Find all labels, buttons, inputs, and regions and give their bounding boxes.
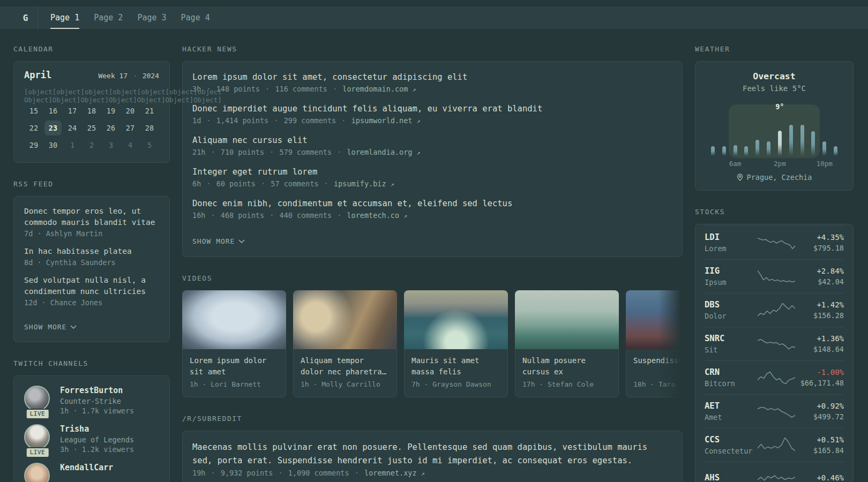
rss-item: Donec tempor eros leo, ut commodo mauris…	[24, 206, 159, 238]
weather-bar-slot: 9° 2pm	[774, 104, 785, 156]
stock-name: Sit	[705, 345, 754, 354]
stock-symbol[interactable]: CCS	[705, 435, 754, 445]
stock-row[interactable]: IIG Ipsum +2.84% $42.04	[705, 259, 844, 293]
item-domain-link[interactable]: loremlandia.org ↗	[347, 148, 420, 156]
page-tab[interactable]: Page 1	[50, 6, 79, 29]
weather-bar-slot: 10pm	[819, 104, 830, 156]
stock-name: Amet	[705, 413, 754, 421]
page-tab[interactable]: Page 2	[94, 6, 123, 29]
hackernews-item-title[interactable]: Aliquam nec cursus elit	[192, 134, 672, 147]
page-tab[interactable]: Page 3	[137, 6, 166, 29]
hackernews-header: HACKER NEWS	[182, 45, 683, 53]
hackernews-show-more-button[interactable]: SHOW MORE	[192, 237, 245, 245]
app-logo[interactable]: G	[13, 6, 38, 29]
item-domain-link[interactable]: loremtech.co ↗	[347, 211, 407, 220]
item-points: 710 points	[221, 148, 264, 156]
twitch-channel-game: Counter-Strike	[60, 397, 134, 405]
item-domain-link[interactable]: loremnet.xyz ↗	[364, 469, 425, 477]
calendar-header: CALENDAR	[13, 45, 170, 53]
external-link-icon: ↗	[417, 149, 421, 156]
twitch-channel-name[interactable]: Trisha	[60, 424, 134, 434]
item-domain-link[interactable]: ipsumify.biz ↗	[334, 179, 394, 188]
stock-symbol[interactable]: SNRC	[705, 334, 754, 343]
rss-show-more-button[interactable]: SHOW MORE	[24, 323, 77, 331]
twitch-channel-name[interactable]: KendallCarr	[60, 463, 113, 472]
item-comments[interactable]: 579 comments	[280, 148, 332, 156]
rss-item-title[interactable]: Donec tempor eros leo, ut commodo mauris…	[24, 206, 159, 228]
hackernews-item-title[interactable]: Donec imperdiet augue tincidunt felis al…	[192, 103, 672, 115]
video-thumbnail[interactable]	[293, 290, 397, 349]
stock-row[interactable]: SNRC Sit +1.36% $148.64	[705, 327, 844, 360]
stock-symbol[interactable]: LDI	[705, 232, 754, 242]
video-title[interactable]: Suspendisse diam	[633, 355, 683, 378]
stock-symbol[interactable]: AHS	[705, 473, 754, 482]
video-title[interactable]: Nullam posuere cursus ex	[522, 355, 611, 378]
twitch-channel-row[interactable]: KendallCarr	[24, 463, 159, 482]
weather-bar-slot	[752, 104, 763, 156]
video-thumbnail[interactable]	[515, 290, 619, 349]
reddit-post-title[interactable]: Maecenas mollis pulvinar erat non posuer…	[192, 441, 664, 468]
twitch-channel-name[interactable]: ForrestBurton	[60, 386, 134, 395]
twitch-channel-row[interactable]: LIVE Trisha League of Legends 3h · 1.2k …	[24, 424, 159, 454]
item-comments[interactable]: 299 comments	[284, 116, 336, 125]
avatar	[24, 463, 50, 482]
hackernews-item-meta: 6h · 60 points · 57 comments · ipsumify.…	[192, 179, 672, 188]
hackernews-item-title[interactable]: Integer eget rutrum lorem	[192, 166, 672, 178]
videos-section: VIDEOS Lorem ipsum dolor sit amet consec…	[182, 274, 683, 397]
calendar-day: 4	[121, 137, 140, 153]
hackernews-item-title[interactable]: Donec enim nibh, condimentum et accumsan…	[192, 198, 672, 210]
video-card[interactable]: Mauris sit amet massa felis 7h · Grayson…	[404, 290, 508, 397]
item-comments[interactable]: 57 comments	[271, 179, 318, 188]
stock-price: $795.18	[799, 244, 844, 252]
stock-symbol[interactable]: IIG	[705, 266, 754, 276]
subreddit-widget: Maecenas mollis pulvinar erat non posuer…	[182, 431, 683, 482]
hackernews-list: Lorem ipsum dolor sit amet, consectetur …	[192, 71, 672, 220]
video-thumbnail[interactable]	[626, 290, 683, 349]
stock-row[interactable]: CCS Consectetur +0.51% $165.84	[705, 428, 844, 462]
weather-bar-slot: 6am	[730, 104, 741, 156]
video-thumbnail[interactable]	[182, 290, 286, 349]
hackernews-item-title[interactable]: Lorem ipsum dolor sit amet, consectetur …	[192, 71, 672, 84]
stock-row[interactable]: LDI Lorem +4.35% $795.18	[705, 225, 844, 259]
video-card[interactable]: Lorem ipsum dolor sit amet consectetu… 1…	[182, 290, 286, 397]
external-link-icon: ↗	[403, 212, 407, 220]
stock-symbol[interactable]: CRN	[705, 367, 754, 377]
stock-row[interactable]: DBS Dolor +1.42% $156.28	[705, 293, 844, 327]
rss-item-title[interactable]: In hac habitasse platea	[24, 246, 159, 257]
video-title[interactable]: Lorem ipsum dolor sit amet consectetu…	[190, 355, 279, 378]
right-column: WEATHER Overcast Feels like 5°C	[695, 45, 854, 482]
video-thumbnail[interactable]	[404, 290, 508, 349]
page-tab[interactable]: Page 4	[181, 6, 210, 29]
stock-sparkline	[758, 368, 795, 387]
stock-symbol[interactable]: AET	[705, 401, 754, 411]
item-comments[interactable]: 116 comments	[275, 85, 327, 93]
stock-row[interactable]: AHS +0.46%	[705, 462, 844, 482]
separator-dot: ·	[332, 85, 338, 93]
item-comments[interactable]: 440 comments	[280, 211, 332, 220]
separator-dot: ·	[260, 179, 266, 188]
video-title[interactable]: Mauris sit amet massa felis	[411, 355, 500, 378]
calendar-day: 15	[24, 103, 43, 119]
twitch-channel-row[interactable]: LIVE ForrestBurton Counter-Strike 1h · 1…	[24, 386, 159, 415]
stock-symbol[interactable]: DBS	[705, 300, 754, 310]
rss-item-title[interactable]: Sed volutpat nulla nisl, a condimentum n…	[24, 275, 159, 297]
weather-bar	[722, 146, 726, 156]
weather-bar-slot	[785, 104, 797, 156]
item-comments[interactable]: 1,090 comments	[288, 469, 349, 477]
stocks-widget: LDI Lorem +4.35% $795.18 IIG Ipsum	[695, 224, 854, 482]
item-points: 60 points	[216, 179, 256, 188]
twitch-section: TWITCH CHANNELS LIVE ForrestBurton Count…	[13, 359, 170, 482]
video-card[interactable]: Nullam posuere cursus ex 17h · Stefan Co…	[515, 290, 619, 397]
video-title[interactable]: Aliquam tempor dolor nec pharetra…	[301, 355, 390, 378]
stock-price: $42.04	[799, 277, 844, 286]
separator-dot: ·	[336, 148, 342, 156]
hackernews-item-meta: 21h · 710 points · 579 comments · loreml…	[192, 148, 672, 156]
separator-dot: ·	[273, 116, 279, 125]
item-domain-link[interactable]: loremdomain.com ↗	[342, 85, 416, 93]
item-domain-link[interactable]: ipsumworld.net ↗	[351, 116, 421, 125]
avatar	[24, 386, 50, 411]
stock-row[interactable]: CRN Bitcorn -1.00% $66,171.48	[705, 360, 844, 394]
video-card[interactable]: Aliquam tempor dolor nec pharetra… 1h · …	[293, 290, 397, 397]
stock-row[interactable]: AET Amet +0.92% $499.72	[705, 394, 844, 428]
video-card[interactable]: Suspendisse diam 18h · Tara	[626, 290, 683, 397]
